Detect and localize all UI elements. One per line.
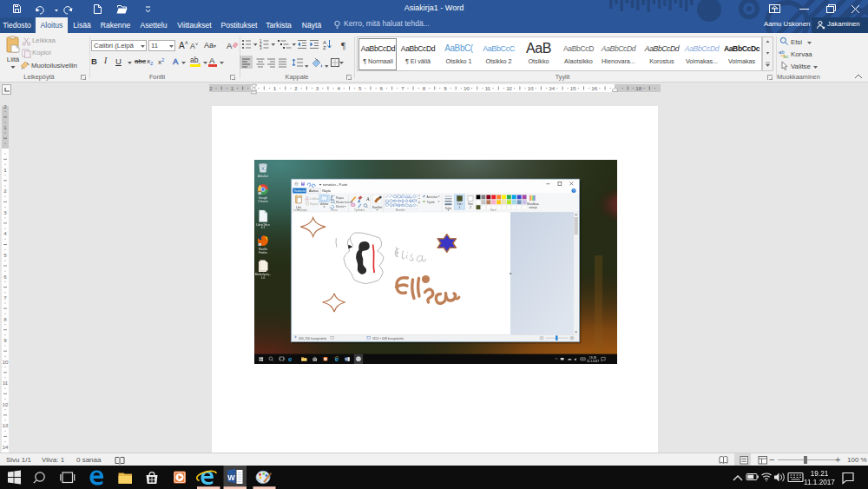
svg-text:2: 2 — [470, 206, 471, 209]
svg-text:2: 2 — [209, 85, 213, 91]
svg-text:19.21: 19.21 — [811, 470, 829, 478]
svg-text:18: 18 — [635, 85, 641, 91]
svg-text:Muuta kokoa: Muuta kokoa — [336, 201, 353, 204]
svg-text:Leikepöytä: Leikepöytä — [293, 208, 307, 212]
svg-text:Tiedosto: Tiedosto — [293, 189, 306, 193]
svg-text:ac: ac — [784, 54, 789, 58]
svg-text:värejä: värejä — [529, 206, 537, 209]
svg-text:Näytä: Näytä — [322, 189, 330, 193]
svg-text:Työkalut: Työkalut — [354, 208, 365, 212]
svg-text:Ääriviiva: Ääriviiva — [427, 195, 438, 199]
svg-text:2: 2 — [3, 103, 7, 109]
svg-text:Kuva: Kuva — [331, 208, 337, 212]
svg-text:Aloitus: Aloitus — [309, 189, 319, 193]
svg-text:nimetön - Paint: nimetön - Paint — [323, 182, 348, 187]
svg-text:¶: ¶ — [341, 40, 345, 50]
svg-text:Valitse: Valitse — [320, 202, 329, 206]
svg-text:W: W — [227, 473, 235, 482]
svg-text:Z: Z — [323, 45, 326, 50]
svg-text:5.1: 5.1 — [261, 226, 266, 229]
svg-text:e: e — [288, 355, 293, 363]
svg-text:1152 × 648 kuvapistettä: 1152 × 648 kuvapistettä — [372, 337, 404, 340]
svg-text:AkkuDat: AkkuDat — [258, 175, 268, 178]
svg-text:Chrome: Chrome — [258, 200, 268, 203]
svg-text:3: 3 — [260, 46, 262, 50]
svg-text:A: A — [366, 196, 370, 202]
svg-text:1: 1 — [459, 206, 461, 209]
svg-text:1.0: 1.0 — [261, 276, 266, 280]
svg-text:450, 250 kuvapistettä: 450, 250 kuvapistettä — [299, 337, 326, 340]
svg-text:11.1.2017: 11.1.2017 — [804, 479, 835, 486]
svg-text:Koko: Koko — [445, 207, 452, 210]
svg-text:Värit: Värit — [490, 208, 496, 212]
svg-text:Kopioi: Kopioi — [310, 202, 319, 206]
svg-text:Leikkaa: Leikkaa — [310, 197, 320, 201]
svg-text:1: 1 — [3, 124, 7, 130]
svg-text:?: ? — [573, 189, 575, 193]
svg-text:Muodot: Muodot — [396, 208, 405, 212]
svg-text:A: A — [323, 40, 326, 45]
svg-text:Firefox: Firefox — [259, 251, 267, 254]
svg-text:11.1.2017: 11.1.2017 — [587, 360, 599, 363]
svg-text:1: 1 — [231, 85, 234, 91]
svg-text:Täyttö: Täyttö — [427, 201, 435, 204]
svg-text:Rajaa: Rajaa — [336, 196, 344, 200]
svg-text:Sivellint: Sivellint — [372, 206, 383, 209]
